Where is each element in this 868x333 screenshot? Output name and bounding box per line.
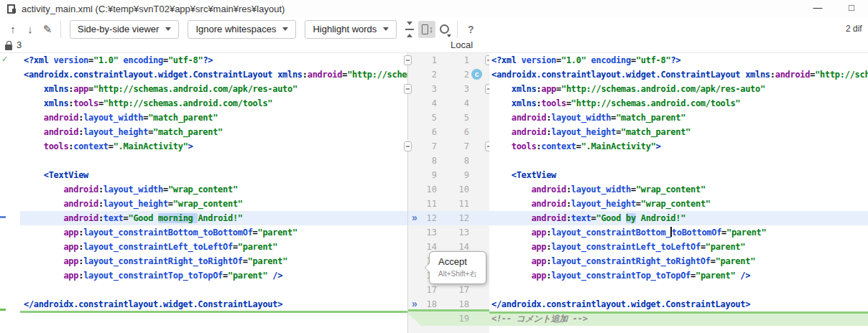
- code-line[interactable]: <TextView: [491, 168, 556, 182]
- line-number-left: 3: [412, 82, 437, 96]
- change-badge[interactable]: c: [471, 69, 482, 80]
- read-only-lock-icon: [5, 44, 12, 50]
- line-number-left: 2: [412, 67, 437, 82]
- previous-difference-button[interactable]: ↑: [4, 21, 22, 38]
- code-line[interactable]: <?xml version="1.0" encoding="utf-8"?>: [24, 53, 213, 67]
- toolbar-separator: [60, 21, 61, 38]
- gutter-row: 88: [408, 154, 490, 168]
- maximize-button[interactable]: □: [841, 1, 862, 15]
- highlight-mode-dropdown[interactable]: Highlight words: [305, 20, 397, 39]
- line-number-left: 8: [412, 154, 437, 168]
- code-line[interactable]: </androidx.constraintlayout.widget.Const…: [24, 297, 282, 311]
- code-line[interactable]: android:text="Good morning Android!": [24, 211, 243, 225]
- title-bar: activity_main.xml (C:¥temp¥svnT02¥app¥sr…: [0, 0, 868, 17]
- line-number-right: 5: [444, 111, 469, 125]
- line-number-right: 18: [444, 297, 469, 311]
- right-pane-header: Local: [451, 39, 473, 50]
- minimize-button[interactable]: —: [807, 1, 828, 15]
- code-line[interactable]: <?xml version="1.0" encoding="utf-8"?>: [491, 53, 680, 67]
- apply-change-chevron[interactable]: »: [412, 297, 417, 311]
- help-button[interactable]: ?: [462, 21, 479, 38]
- code-line[interactable]: android:layout_width="match_parent": [491, 111, 685, 125]
- code-line[interactable]: app:layout_constraintBottom_toBottomOf="…: [491, 225, 766, 240]
- code-line[interactable]: android:layout_height="wrap_content": [491, 197, 711, 211]
- code-line[interactable]: app:layout_constraintLeft_toLeftOf="pare…: [24, 240, 277, 254]
- line-number-left: 9: [412, 168, 437, 182]
- diff-gutter: 112233445566778899101011111212»131314141…: [407, 53, 491, 333]
- code-line[interactable]: app:layout_constraintRight_toRightOf="pa…: [24, 254, 287, 268]
- diff-tab-icon: [7, 4, 16, 13]
- code-line[interactable]: <TextView: [24, 168, 88, 182]
- gutter-row: 77: [408, 139, 490, 154]
- fold-marker[interactable]: [404, 141, 412, 151]
- line-number-right: 13: [444, 225, 469, 240]
- left-pane[interactable]: ✓ <?xml version="1.0" encoding="utf-8"?>…: [0, 53, 407, 333]
- code-line[interactable]: app:layout_constraintTop_toTopOf="parent…: [24, 268, 282, 283]
- gutter-row: 1717: [408, 283, 490, 297]
- gutter-row: 1111: [408, 197, 490, 211]
- code-line[interactable]: tools:context=".MainActivity">: [491, 139, 661, 154]
- code-line[interactable]: xmlns:app="http://schemas.android.com/ap…: [491, 82, 765, 96]
- chevron-down-icon: [165, 27, 171, 31]
- line-number-right: 19: [444, 311, 469, 326]
- added-line-edge-marker: [0, 309, 6, 311]
- code-line[interactable]: android:layout_height="match_parent": [24, 125, 223, 139]
- code-line[interactable]: app:layout_constraintRight_toRightOf="pa…: [491, 254, 755, 268]
- code-line[interactable]: android:layout_width="wrap_content": [24, 182, 238, 197]
- code-line[interactable]: android:text="Good by Android!": [491, 211, 685, 225]
- line-number-right: 9: [444, 168, 469, 182]
- settings-gear-button[interactable]: [435, 21, 453, 38]
- next-difference-button[interactable]: ↓: [22, 21, 39, 38]
- sync-scroll-button[interactable]: ↕: [418, 21, 435, 38]
- line-number-right: 11: [444, 197, 469, 211]
- gutter-row: 99: [408, 168, 490, 182]
- changed-line-edge-marker: [0, 216, 6, 218]
- modified-marker-icon: ✓: [1, 55, 8, 64]
- line-number-right: 8: [444, 154, 469, 168]
- line-number-left: 10: [412, 182, 437, 197]
- tooltip-shortcut: Alt+Shift+右: [438, 269, 486, 279]
- line-number-right: 3: [444, 82, 469, 96]
- fold-marker[interactable]: [404, 55, 412, 65]
- code-line[interactable]: xmlns:tools="http://schemas.android.com/…: [24, 96, 272, 111]
- whitespace-policy-dropdown[interactable]: Ignore whitespaces: [188, 20, 296, 39]
- fold-marker[interactable]: [404, 84, 412, 94]
- collapse-unchanged-icon: [405, 22, 414, 37]
- code-line[interactable]: tools:context=".MainActivity">: [24, 139, 193, 154]
- code-line[interactable]: android:layout_width="match_parent": [24, 111, 218, 125]
- code-line[interactable]: android:layout_height="match_parent": [491, 125, 691, 139]
- collapse-unchanged-button[interactable]: [401, 21, 418, 38]
- code-line[interactable]: app:layout_constraintTop_toTopOf="parent…: [491, 268, 750, 283]
- viewer-mode-dropdown[interactable]: Side-by-side viewer: [70, 20, 179, 39]
- gutter-row: 55: [408, 111, 490, 125]
- diff-toolbar: ↑ ↓ ✎ Side-by-side viewer Ignore whitesp…: [0, 17, 868, 41]
- line-number-right: 12: [444, 211, 469, 225]
- line-number-left: 11: [412, 197, 437, 211]
- code-line[interactable]: </androidx.constraintlayout.widget.Const…: [491, 297, 750, 311]
- code-line[interactable]: xmlns:tools="http://schemas.android.com/…: [491, 96, 740, 111]
- line-number-left: 4: [412, 96, 437, 111]
- code-line[interactable]: <androidx.constraintlayout.widget.Constr…: [491, 67, 868, 82]
- tooltip-title[interactable]: Accept: [438, 256, 486, 267]
- gutter-row: 1010: [408, 182, 490, 197]
- code-line[interactable]: android:layout_height="wrap_content": [24, 197, 243, 211]
- gutter-row: 1313: [408, 225, 490, 240]
- gutter-row: 1818»: [408, 297, 490, 311]
- diff-area: ✓ <?xml version="1.0" encoding="utf-8"?>…: [0, 52, 868, 333]
- gutter-row: 11: [408, 53, 490, 67]
- line-number-right: 7: [444, 139, 469, 154]
- right-pane[interactable]: <?xml version="1.0" encoding="utf-8"?><a…: [489, 53, 868, 333]
- chevron-down-icon: [282, 27, 288, 31]
- code-line[interactable]: android:layout_width="wrap_content": [491, 182, 706, 197]
- edit-pencil-icon[interactable]: ✎: [39, 21, 56, 38]
- whitespace-policy-label: Ignore whitespaces: [195, 24, 276, 34]
- apply-change-chevron[interactable]: »: [412, 211, 417, 225]
- code-line[interactable]: xmlns:app="http://schemas.android.com/ap…: [24, 82, 297, 96]
- code-line[interactable]: app:layout_constraintLeft_toLeftOf="pare…: [491, 240, 745, 254]
- line-number-right: 17: [444, 283, 469, 297]
- code-line[interactable]: <!-- コメント追加 -->: [491, 311, 588, 326]
- gutter-row: 19: [408, 311, 490, 326]
- code-line[interactable]: <androidx.constraintlayout.widget.Constr…: [24, 67, 407, 82]
- line-number-right: 2: [444, 67, 469, 82]
- code-line[interactable]: app:layout_constraintBottom_toBottomOf="…: [24, 225, 297, 240]
